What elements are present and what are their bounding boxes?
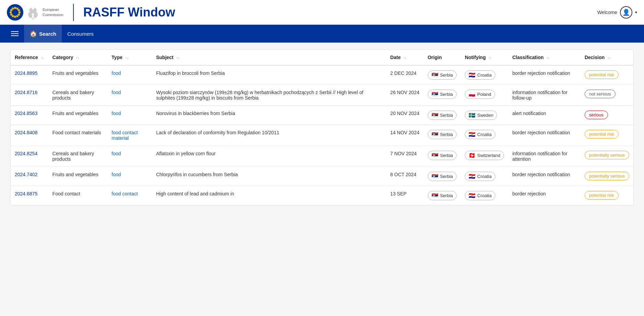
main-content: Reference ↑↓ Category ↑↓ Type ↑↓ Subject… [0,43,644,212]
reference-link-2[interactable]: 2024.8563 [15,111,37,116]
cell-category-0: Fruits and vegetables [48,65,108,85]
reference-link-0[interactable]: 2024.8895 [15,70,37,76]
type-link-1[interactable]: food [112,90,121,95]
reference-link-5[interactable]: 2024.7402 [15,172,37,177]
eu-flag-icon [7,4,23,21]
origin-flag-3: 🇷🇸 [432,131,438,138]
decision-badge-6: potential risk [585,191,619,200]
cell-classification-1: information notification for follow-up [508,85,580,106]
cell-subject-3: Lack of declaration of conformity from R… [152,125,386,146]
origin-badge-2: 🇷🇸 Serbia [428,111,457,120]
type-link-0[interactable]: food [112,70,121,76]
notifying-flag-5: 🇭🇷 [469,173,475,180]
cell-reference-3: 2024.8408 [11,125,48,146]
cell-classification-4: information notification for attention [508,146,580,167]
type-link-6[interactable]: food contact [112,191,138,196]
cell-classification-0: border rejection notification [508,65,580,85]
cell-date-4: 7 NOV 2024 [386,146,424,167]
cell-notifying-5: 🇭🇷 Croatia [461,167,508,186]
cell-classification-2: alert notification [508,106,580,125]
col-date[interactable]: Date ↑↓ [386,50,424,65]
cell-decision-0: potential risk [580,65,633,85]
col-decision[interactable]: Decision ↑↓ [580,50,633,65]
cell-decision-6: potential risk [580,186,633,205]
type-link-3[interactable]: food contact material [112,130,138,141]
cell-origin-2: 🇷🇸 Serbia [424,106,461,125]
type-link-5[interactable]: food [112,172,121,177]
cell-origin-5: 🇷🇸 Serbia [424,167,461,186]
table-row: 2024.7402 Fruits and vegetables food Chl… [11,167,633,186]
origin-flag-1: 🇷🇸 [432,91,438,98]
cell-reference-0: 2024.8895 [11,65,48,85]
col-type[interactable]: Type ↑↓ [107,50,152,65]
type-link-4[interactable]: food [112,151,121,156]
decision-badge-3: potential risk [585,130,619,138]
origin-badge-0: 🇷🇸 Serbia [428,70,457,80]
results-table-container: Reference ↑↓ Category ↑↓ Type ↑↓ Subject… [10,49,634,205]
col-reference[interactable]: Reference ↑↓ [11,50,48,65]
origin-flag-5: 🇷🇸 [432,173,438,180]
sort-date-icon[interactable]: ↑↓ [403,56,407,60]
sort-decision-icon[interactable]: ↑↓ [607,56,611,60]
cell-origin-3: 🇷🇸 Serbia [424,125,461,146]
reference-link-6[interactable]: 2024.6875 [15,191,37,196]
reference-link-4[interactable]: 2024.8254 [15,151,37,156]
reference-link-3[interactable]: 2024.8408 [15,130,37,135]
cell-notifying-2: 🇸🇪 Sweden [461,106,508,125]
grain-icon [26,4,40,21]
notifying-flag-6: 🇭🇷 [469,192,475,199]
col-category[interactable]: Category ↑↓ [48,50,108,65]
nav-search-home[interactable]: 🏠 Search [24,25,62,43]
cell-subject-1: Wysoki poziom siarczynów (199±28 mg/kg) … [152,85,386,106]
cell-classification-6: border rejection [508,186,580,205]
reference-link-1[interactable]: 2024.8716 [15,90,37,95]
sort-notifying-icon[interactable]: ↑↓ [488,56,492,60]
dropdown-arrow-icon[interactable]: ▾ [635,10,637,15]
origin-name-0: Serbia [440,72,453,78]
cell-date-6: 13 SEP [386,186,424,205]
sort-classification-icon[interactable]: ↑↓ [546,56,550,60]
cell-date-1: 26 NOV 2024 [386,85,424,106]
notifying-flag-3: 🇭🇷 [469,131,475,138]
cell-category-3: Food contact materials [48,125,108,146]
col-subject[interactable]: Subject ↑↓ [152,50,386,65]
origin-name-2: Serbia [440,113,453,118]
notifying-badge-0: 🇭🇷 Croatia [465,70,495,80]
cell-reference-4: 2024.8254 [11,146,48,167]
col-origin[interactable]: Origin [424,50,461,65]
hamburger-menu-button[interactable] [5,31,24,36]
origin-badge-1: 🇷🇸 Serbia [428,90,457,99]
cell-category-5: Fruits and vegetables [48,167,108,186]
decision-badge-2: serious [585,111,608,119]
rasff-title: RASFF Window [83,5,175,20]
cell-subject-0: Fluazifop in broccoli from Serbia [152,65,386,85]
user-avatar-icon[interactable]: 👤 [620,6,632,19]
notifying-name-0: Croatia [477,72,492,78]
header: European Commission RASFF Window Welcome… [0,0,644,25]
sort-reference-icon[interactable]: ↑↓ [41,56,44,60]
nav-search-label: Search [39,31,56,37]
col-classification[interactable]: Classification ↑↓ [508,50,580,65]
cell-notifying-1: 🇵🇱 Poland [461,85,508,106]
cell-origin-6: 🇷🇸 Serbia [424,186,461,205]
cell-classification-5: border rejection notification [508,167,580,186]
type-link-2[interactable]: food [112,111,121,116]
origin-name-1: Serbia [440,92,453,97]
sort-subject-icon[interactable]: ↑↓ [176,56,180,60]
cell-type-1: food [107,85,152,106]
decision-badge-4: potentially serious [585,151,629,159]
col-notifying[interactable]: Notifying ↑↓ [461,50,508,65]
origin-flag-0: 🇷🇸 [432,72,438,78]
notifying-badge-5: 🇭🇷 Croatia [465,172,495,181]
cell-origin-0: 🇷🇸 Serbia [424,65,461,85]
sort-type-icon[interactable]: ↑↓ [125,56,129,60]
cell-date-3: 14 NOV 2024 [386,125,424,146]
cell-category-2: Fruits and vegetables [48,106,108,125]
nav-consumers-link[interactable]: Consumers [62,25,99,43]
cell-type-4: food [107,146,152,167]
origin-flag-6: 🇷🇸 [432,192,438,199]
origin-badge-6: 🇷🇸 Serbia [428,191,457,200]
sort-category-icon[interactable]: ↑↓ [76,56,79,60]
header-divider [73,4,74,21]
eu-logo: European Commission [7,4,64,21]
